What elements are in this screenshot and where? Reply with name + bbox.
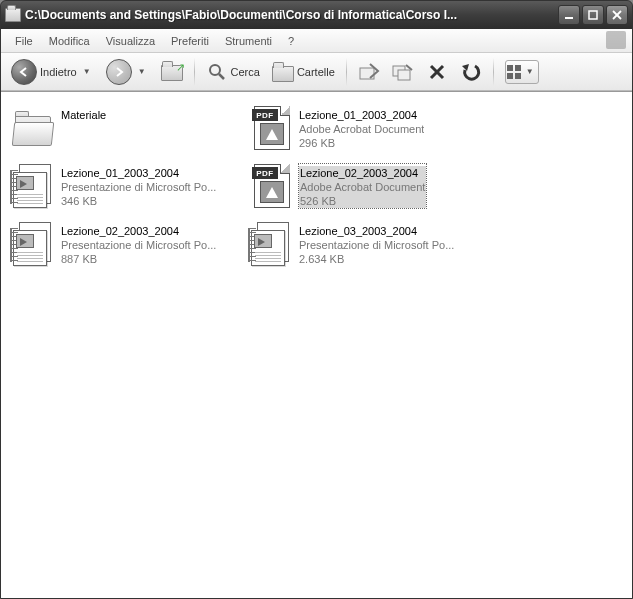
search-label: Cerca xyxy=(231,66,260,78)
menubar: File Modifica Visualizza Preferiti Strum… xyxy=(1,29,632,53)
file-labels: Materiale xyxy=(61,106,106,122)
menu-help[interactable]: ? xyxy=(280,32,302,50)
svg-rect-8 xyxy=(398,70,410,80)
views-button[interactable]: ▼ xyxy=(501,58,543,86)
back-button[interactable]: Indietro ▼ xyxy=(7,57,98,87)
window-title: C:\Documents and Settings\Fabio\Document… xyxy=(25,8,558,22)
file-list[interactable]: MaterialePDFLezione_01_2003_2004Adobe Ac… xyxy=(1,91,632,598)
window-controls xyxy=(558,5,628,25)
file-type: Presentazione di Microsoft Po... xyxy=(61,238,216,252)
file-type: Adobe Acrobat Document xyxy=(299,180,426,194)
copyto-button[interactable] xyxy=(388,59,418,85)
file-type: Presentazione di Microsoft Po... xyxy=(61,180,216,194)
explorer-window: C:\Documents and Settings\Fabio\Document… xyxy=(0,0,633,599)
svg-line-5 xyxy=(219,74,224,79)
file-size: 296 KB xyxy=(299,136,424,150)
chevron-down-icon: ▼ xyxy=(135,67,149,76)
file-type: Adobe Acrobat Document xyxy=(299,122,424,136)
svg-point-4 xyxy=(210,65,220,75)
forward-button[interactable]: ▼ xyxy=(102,57,153,87)
file-name: Lezione_02_2003_2004 xyxy=(299,166,426,180)
titlebar[interactable]: C:\Documents and Settings\Fabio\Document… xyxy=(1,1,632,29)
delete-button[interactable] xyxy=(422,59,452,85)
views-icon: ▼ xyxy=(505,60,539,84)
file-size: 526 KB xyxy=(299,194,426,208)
menu-file[interactable]: File xyxy=(7,32,41,50)
file-name: Lezione_02_2003_2004 xyxy=(61,224,216,238)
file-item[interactable]: Materiale xyxy=(9,102,247,160)
file-size: 2.634 KB xyxy=(299,252,454,266)
menu-favorites[interactable]: Preferiti xyxy=(163,32,217,50)
folder-icon xyxy=(5,8,21,22)
back-arrow-icon xyxy=(11,59,37,85)
chevron-down-icon: ▼ xyxy=(80,67,94,76)
ppt-icon xyxy=(251,222,293,268)
windows-logo-icon xyxy=(606,31,626,49)
file-item[interactable]: PDFLezione_01_2003_2004Adobe Acrobat Doc… xyxy=(247,102,485,160)
folders-label: Cartelle xyxy=(297,66,335,78)
file-size: 887 KB xyxy=(61,252,216,266)
search-button[interactable]: Cerca xyxy=(202,59,264,85)
maximize-button[interactable] xyxy=(582,5,604,25)
toolbar-divider xyxy=(194,58,195,86)
copyto-icon xyxy=(392,61,414,83)
file-item[interactable]: Lezione_03_2003_2004Presentazione di Mic… xyxy=(247,218,485,276)
folder-up-icon: ↗ xyxy=(161,63,183,81)
svg-rect-1 xyxy=(589,11,597,19)
file-labels: Lezione_02_2003_2004Presentazione di Mic… xyxy=(61,222,216,266)
pdf-icon: PDF xyxy=(252,164,292,210)
file-name: Lezione_03_2003_2004 xyxy=(299,224,454,238)
file-name: Lezione_01_2003_2004 xyxy=(299,108,424,122)
menu-tools[interactable]: Strumenti xyxy=(217,32,280,50)
file-labels: Lezione_01_2003_2004Presentazione di Mic… xyxy=(61,164,216,208)
menu-edit[interactable]: Modifica xyxy=(41,32,98,50)
forward-arrow-icon xyxy=(106,59,132,85)
svg-rect-0 xyxy=(565,17,573,19)
toolbar-divider xyxy=(346,58,347,86)
search-icon xyxy=(206,61,228,83)
toolbar-divider xyxy=(493,58,494,86)
undo-button[interactable] xyxy=(456,59,486,85)
file-labels: Lezione_01_2003_2004Adobe Acrobat Docume… xyxy=(299,106,424,150)
file-item[interactable]: Lezione_02_2003_2004Presentazione di Mic… xyxy=(9,218,247,276)
back-label: Indietro xyxy=(40,66,77,78)
file-item[interactable]: PDFLezione_02_2003_2004Adobe Acrobat Doc… xyxy=(247,160,485,218)
file-name: Materiale xyxy=(61,108,106,122)
folders-button[interactable]: Cartelle xyxy=(268,59,339,85)
toolbar: Indietro ▼ ▼ ↗ Cerca Cartelle xyxy=(1,53,632,91)
moveto-icon xyxy=(358,61,380,83)
chevron-down-icon: ▼ xyxy=(523,67,537,76)
file-labels: Lezione_02_2003_2004Adobe Acrobat Docume… xyxy=(299,164,426,208)
file-size: 346 KB xyxy=(61,194,216,208)
ppt-icon xyxy=(13,164,55,210)
folder-icon xyxy=(13,112,55,146)
file-labels: Lezione_03_2003_2004Presentazione di Mic… xyxy=(299,222,454,266)
ppt-icon xyxy=(13,222,55,268)
delete-icon xyxy=(426,61,448,83)
file-name: Lezione_01_2003_2004 xyxy=(61,166,216,180)
file-item[interactable]: Lezione_01_2003_2004Presentazione di Mic… xyxy=(9,160,247,218)
up-button[interactable]: ↗ xyxy=(157,61,187,83)
close-button[interactable] xyxy=(606,5,628,25)
moveto-button[interactable] xyxy=(354,59,384,85)
file-type: Presentazione di Microsoft Po... xyxy=(299,238,454,252)
folders-icon xyxy=(272,61,294,83)
undo-icon xyxy=(460,61,482,83)
minimize-button[interactable] xyxy=(558,5,580,25)
menu-view[interactable]: Visualizza xyxy=(98,32,163,50)
pdf-icon: PDF xyxy=(252,106,292,152)
